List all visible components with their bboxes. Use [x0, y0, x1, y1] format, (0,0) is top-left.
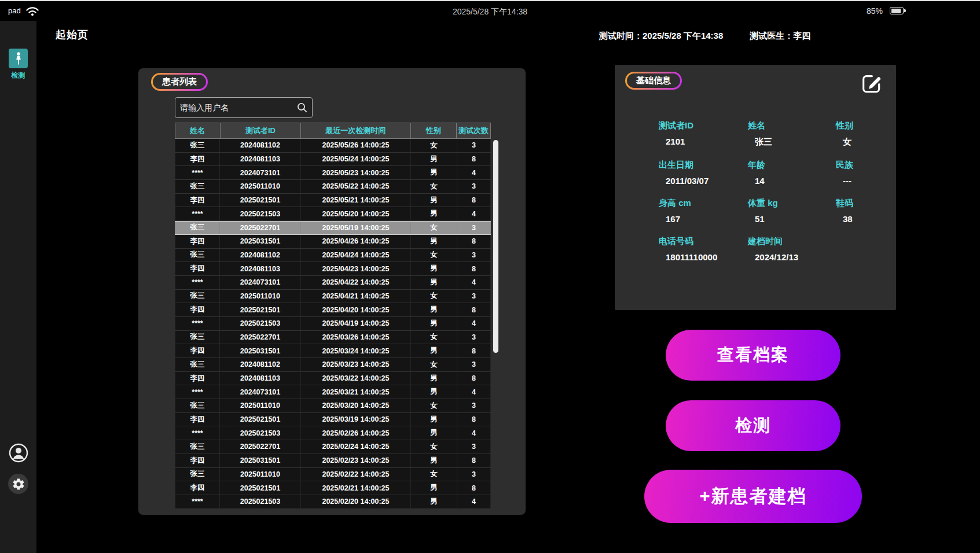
table-cell: 张三 [175, 331, 220, 344]
table-row[interactable]: ****20250215032025/02/20 14:00:25男4 [175, 495, 491, 509]
table-row[interactable]: 张三20250227012025/02/24 14:00:25女3 [175, 440, 491, 454]
info-field-value: 51 [748, 214, 836, 224]
table-cell: 4 [457, 317, 491, 330]
table-row[interactable]: 张三20250227012025/03/26 14:00:25女3 [175, 331, 491, 345]
info-field-label: 体重 kg [748, 198, 836, 209]
table-row-selected[interactable]: 张三20250227012025/05/19 14:00:25女3 [175, 221, 491, 235]
table-cell: 3 [457, 139, 491, 152]
battery-percent: 85% [867, 6, 883, 16]
table-cell: 3 [457, 331, 491, 344]
table-row[interactable]: ****20240731012025/05/23 14:00:25男4 [175, 166, 491, 180]
table-cell: 男 [411, 481, 457, 495]
table-row[interactable]: 张三20240811022025/03/23 14:00:25女3 [175, 358, 491, 372]
detect-button[interactable]: 检测 [666, 400, 840, 451]
column-header[interactable]: 性别 [411, 123, 457, 138]
basic-info-title: 基础信息 [627, 73, 680, 88]
header-meta: 测试时间：2025/5/28 下午14:38 测试医生：李四 [599, 31, 810, 42]
table-row[interactable]: 李四20240811032025/04/23 14:00:25男8 [175, 262, 491, 276]
table-cell: 8 [457, 454, 491, 467]
table-row[interactable]: ****20250215032025/02/26 14:00:25男4 [175, 426, 491, 440]
table-cell: 4 [457, 385, 491, 399]
table-row[interactable]: 李四20250315012025/04/26 14:00:25男8 [175, 235, 491, 249]
table-row[interactable]: 李四20250315012025/03/24 14:00:25男8 [175, 344, 491, 358]
status-datetime: 2025/5/28 下午14:38 [0, 7, 980, 17]
table-row[interactable]: 张三20240811022025/05/26 14:00:25女3 [175, 139, 491, 153]
table-cell: 2025/04/26 14:00:25 [301, 235, 411, 248]
search-input[interactable] [175, 97, 313, 118]
new-patient-button[interactable]: +新患者建档 [644, 470, 862, 523]
gear-icon [12, 477, 25, 491]
battery-icon [890, 7, 906, 15]
patient-table-header: 姓名测试者ID最近一次检测时间性别测试次数 [175, 123, 491, 139]
basic-info-title-badge: 基础信息 [625, 72, 682, 90]
table-cell: 李四 [175, 262, 220, 275]
table-cell: 女 [411, 440, 457, 454]
profile-button[interactable] [8, 443, 28, 463]
table-cell: 男 [411, 317, 457, 330]
table-row[interactable]: 李四20250215012025/03/19 14:00:25男8 [175, 413, 491, 427]
edit-info-button[interactable] [858, 71, 884, 97]
info-field: 出生日期2011/03/07 [659, 160, 748, 186]
column-header[interactable]: 最近一次检测时间 [301, 123, 410, 138]
table-cell: **** [175, 385, 220, 399]
info-field-value: 张三 [748, 137, 836, 148]
table-cell: 李四 [175, 235, 220, 248]
table-cell: 男 [411, 262, 457, 275]
view-archive-button[interactable]: 查看档案 [666, 330, 840, 381]
table-scrollbar-thumb[interactable] [493, 140, 498, 353]
info-field: 鞋码38 [836, 198, 884, 224]
table-cell: 男 [411, 344, 457, 357]
table-cell: 男 [411, 153, 457, 166]
table-cell: 男 [411, 235, 457, 248]
column-header[interactable]: 测试次数 [457, 123, 490, 138]
table-cell: 女 [411, 468, 457, 481]
table-row[interactable]: 张三20250110102025/03/20 14:00:25女3 [175, 399, 491, 413]
info-field-value: 2024/12/13 [748, 252, 836, 262]
table-cell: 2025/02/21 14:00:25 [301, 481, 411, 495]
table-cell: 李四 [175, 194, 220, 207]
table-row[interactable]: ****20240731012025/04/22 14:00:25男4 [175, 276, 491, 290]
table-row[interactable]: 李四20250215012025/05/21 14:00:25男8 [175, 194, 491, 208]
info-field-value: --- [836, 176, 884, 186]
table-row[interactable]: 李四20240811032025/05/24 14:00:25男8 [175, 153, 491, 167]
table-row[interactable]: 李四20250215012025/04/20 14:00:25男8 [175, 303, 491, 317]
table-cell: 2025/02/20 14:00:25 [301, 495, 411, 508]
app-window: pad 2025/5/28 下午14:38 85% 检测 [0, 0, 980, 553]
table-row[interactable]: 李四20250315012025/02/23 14:00:25男8 [175, 454, 491, 468]
info-field: 姓名张三 [748, 120, 836, 148]
table-cell: 8 [457, 344, 491, 357]
table-cell: **** [175, 207, 220, 220]
settings-button[interactable] [8, 474, 28, 494]
column-header[interactable]: 测试者ID [221, 123, 301, 138]
table-cell: 2025021501 [220, 194, 301, 207]
table-cell: 2025022701 [220, 440, 301, 454]
patient-list-title: 患者列表 [153, 75, 206, 89]
table-cell: 2025/02/23 14:00:25 [301, 454, 411, 467]
table-row[interactable]: 李四20240811032025/03/22 14:00:25男8 [175, 372, 491, 386]
table-cell: 男 [411, 385, 457, 399]
table-cell: 女 [411, 139, 457, 152]
table-row[interactable]: 李四20250215012025/02/21 14:00:25男8 [175, 481, 491, 495]
table-cell: 2025/04/21 14:00:25 [301, 290, 411, 303]
table-row[interactable]: 张三20240811022025/04/24 14:00:25女3 [175, 249, 491, 263]
table-cell: 女 [411, 290, 457, 303]
column-header[interactable]: 姓名 [175, 123, 221, 138]
table-cell: 张三 [175, 180, 220, 193]
table-cell: **** [175, 276, 220, 289]
table-cell: 李四 [175, 454, 220, 467]
table-row[interactable]: ****20250215032025/04/19 14:00:25男4 [175, 317, 491, 331]
sidebar-item-detect[interactable] [9, 49, 28, 68]
table-cell: 2025/03/24 14:00:25 [301, 344, 411, 357]
info-field-label: 鞋码 [836, 198, 884, 209]
table-cell: 2025/03/22 14:00:25 [301, 372, 411, 385]
table-cell: 2025021501 [220, 413, 301, 426]
search-icon[interactable] [296, 102, 308, 113]
table-row[interactable]: 张三20250110102025/02/22 14:00:25女3 [175, 468, 491, 482]
info-field-value: 38 [836, 214, 884, 224]
table-row[interactable]: 张三20250110102025/04/21 14:00:25女3 [175, 290, 491, 304]
table-row[interactable]: 张三20250110102025/05/22 14:00:25女3 [175, 180, 491, 194]
table-row[interactable]: ****20240731012025/03/21 14:00:25男4 [175, 385, 491, 399]
table-row[interactable]: ****20250215032025/05/20 14:00:25男4 [175, 207, 491, 221]
table-cell: 李四 [175, 372, 220, 385]
table-cell: 张三 [175, 139, 220, 152]
